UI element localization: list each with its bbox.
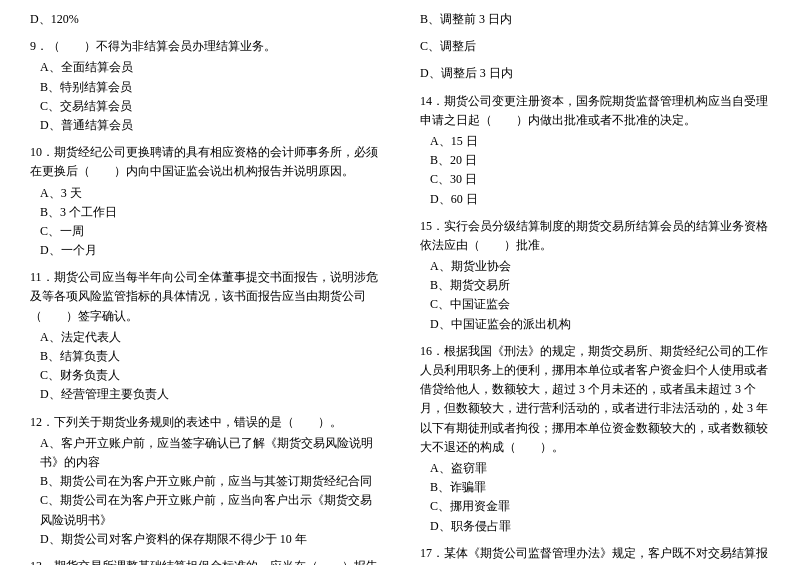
q17-text: 17．某体《期货公司监督管理办法》规定，客户既不对交易结算报告的内容确认，也未在… [420, 544, 770, 565]
q16-options: A、盗窃罪 B、诈骗罪 C、挪用资金罪 D、职务侵占罪 [430, 459, 770, 536]
list-item: A、法定代表人 [40, 328, 380, 347]
question-17: 17．某体《期货公司监督管理办法》规定，客户既不对交易结算报告的内容确认，也未在… [420, 544, 770, 565]
q11-options: A、法定代表人 B、结算负责人 C、财务负责人 D、经营管理主要负责人 [40, 328, 380, 405]
question-13: 13．期货交易所调整基础结算担保金标准的，应当在（ ）报告中国证监会。 A、调整… [30, 557, 380, 565]
list-item: A、全面结算会员 [40, 58, 380, 77]
q14-text: 14．期货公司变更注册资本，国务院期货监督管理机构应当自受理申请之日起（ ）内做… [420, 92, 770, 130]
list-item: D、60 日 [430, 190, 770, 209]
option-b-3days-text: B、调整前 3 日内 [420, 10, 770, 29]
list-item: B、3 个工作日 [40, 203, 380, 222]
q10-text: 10．期货经纪公司更换聘请的具有相应资格的会计师事务所，必须在更换后（ ）内向中… [30, 143, 380, 181]
question-11: 11．期货公司应当每半年向公司全体董事提交书面报告，说明涉危及等各项风险监管指标… [30, 268, 380, 404]
list-item: B、结算负责人 [40, 347, 380, 366]
q12-text: 12．下列关于期货业务规则的表述中，错误的是（ ）。 [30, 413, 380, 432]
list-item: A、15 日 [430, 132, 770, 151]
option-d-3days-after-text: D、调整后 3 日内 [420, 64, 770, 83]
question-10: 10．期货经纪公司更换聘请的具有相应资格的会计师事务所，必须在更换后（ ）内向中… [30, 143, 380, 260]
list-item: D、职务侵占罪 [430, 517, 770, 536]
list-item: D、一个月 [40, 241, 380, 260]
q11-text: 11．期货公司应当每半年向公司全体董事提交书面报告，说明涉危及等各项风险监管指标… [30, 268, 380, 326]
question-15: 15．实行会员分级结算制度的期货交易所结算会员的结算业务资格依法应由（ ）批准。… [420, 217, 770, 334]
question-16: 16．根据我国《刑法》的规定，期货交易所、期货经纪公司的工作人员利用职务上的便利… [420, 342, 770, 536]
list-item: A、客户开立账户前，应当签字确认已了解《期货交易风险说明书》的内容 [40, 434, 380, 472]
question-9: 9．（ ）不得为非结算会员办理结算业务。 A、全面结算会员 B、特别结算会员 C… [30, 37, 380, 135]
list-item: B、期货交易所 [430, 276, 770, 295]
list-item: C、期货公司在为客户开立账户前，应当向客户出示《期货交易风险说明书》 [40, 491, 380, 529]
q16-text: 16．根据我国《刑法》的规定，期货交易所、期货经纪公司的工作人员利用职务上的便利… [420, 342, 770, 457]
q13-text: 13．期货交易所调整基础结算担保金标准的，应当在（ ）报告中国证监会。 [30, 557, 380, 565]
list-item: C、30 日 [430, 170, 770, 189]
list-item: C、中国证监会 [430, 295, 770, 314]
list-item: B、特别结算会员 [40, 78, 380, 97]
q15-text: 15．实行会员分级结算制度的期货交易所结算会员的结算业务资格依法应由（ ）批准。 [420, 217, 770, 255]
question-14: 14．期货公司变更注册资本，国务院期货监督管理机构应当自受理申请之日起（ ）内做… [420, 92, 770, 209]
list-item: D、普通结算会员 [40, 116, 380, 135]
list-item: B、期货公司在为客户开立账户前，应当与其签订期货经纪合同 [40, 472, 380, 491]
list-item: B、20 日 [430, 151, 770, 170]
list-item: A、期货业协会 [430, 257, 770, 276]
option-c-after: C、调整后 [420, 37, 770, 56]
option-d-120-text: D、120% [30, 10, 380, 29]
list-item: A、盗窃罪 [430, 459, 770, 478]
question-12: 12．下列关于期货业务规则的表述中，错误的是（ ）。 A、客户开立账户前，应当签… [30, 413, 380, 549]
option-d-3days-after: D、调整后 3 日内 [420, 64, 770, 83]
left-column: D、120% 9．（ ）不得为非结算会员办理结算业务。 A、全面结算会员 B、特… [30, 10, 385, 565]
list-item: C、一周 [40, 222, 380, 241]
q9-text: 9．（ ）不得为非结算会员办理结算业务。 [30, 37, 380, 56]
q10-options: A、3 天 B、3 个工作日 C、一周 D、一个月 [40, 184, 380, 261]
content-grid: D、120% 9．（ ）不得为非结算会员办理结算业务。 A、全面结算会员 B、特… [30, 10, 770, 565]
list-item: D、经营管理主要负责人 [40, 385, 380, 404]
list-item: A、3 天 [40, 184, 380, 203]
q15-options: A、期货业协会 B、期货交易所 C、中国证监会 D、中国证监会的派出机构 [430, 257, 770, 334]
page: D、120% 9．（ ）不得为非结算会员办理结算业务。 A、全面结算会员 B、特… [30, 10, 770, 565]
list-item: C、挪用资金罪 [430, 497, 770, 516]
list-item: B、诈骗罪 [430, 478, 770, 497]
option-c-after-text: C、调整后 [420, 37, 770, 56]
right-column: B、调整前 3 日内 C、调整后 D、调整后 3 日内 14．期货公司变更注册资… [415, 10, 770, 565]
list-item: C、财务负责人 [40, 366, 380, 385]
list-item: D、期货公司对客户资料的保存期限不得少于 10 年 [40, 530, 380, 549]
q9-options: A、全面结算会员 B、特别结算会员 C、交易结算会员 D、普通结算会员 [40, 58, 380, 135]
q12-options: A、客户开立账户前，应当签字确认已了解《期货交易风险说明书》的内容 B、期货公司… [40, 434, 380, 549]
option-b-3days: B、调整前 3 日内 [420, 10, 770, 29]
option-d-120: D、120% [30, 10, 380, 29]
list-item: C、交易结算会员 [40, 97, 380, 116]
q14-options: A、15 日 B、20 日 C、30 日 D、60 日 [430, 132, 770, 209]
list-item: D、中国证监会的派出机构 [430, 315, 770, 334]
